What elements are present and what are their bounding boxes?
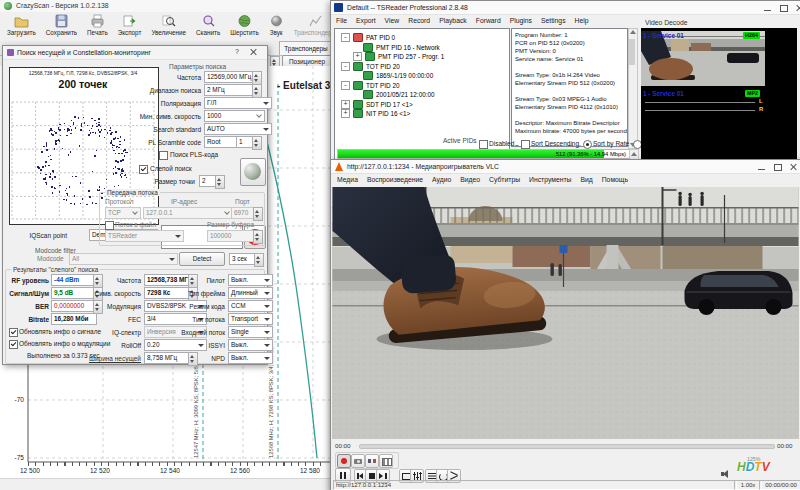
detect-interval-stepper[interactable] xyxy=(254,253,264,267)
range-stepper[interactable] xyxy=(252,84,262,98)
maximize-icon[interactable] xyxy=(777,3,790,13)
codemode-select[interactable]: CCM xyxy=(228,300,273,312)
rf-field: -44 dBm xyxy=(51,274,97,286)
menu-subtitles[interactable]: Субтитры xyxy=(489,176,520,183)
menu-settings[interactable]: Settings xyxy=(541,17,566,24)
freq-stepper[interactable] xyxy=(252,71,262,85)
file-stream-checkbox[interactable] xyxy=(105,221,114,230)
scan-button[interactable]: Сканить xyxy=(191,13,225,41)
tree-item-tot-date[interactable]: 1869/-1/19 00:00:00 xyxy=(363,71,433,80)
buffer-stepper[interactable] xyxy=(253,230,263,244)
menu-plugins[interactable]: Plugins xyxy=(510,17,532,24)
buffer-field[interactable]: 100000 xyxy=(207,230,257,242)
range-value: 2 МГц xyxy=(207,86,225,93)
record-button[interactable] xyxy=(337,454,351,468)
sound-button[interactable]: Звук xyxy=(264,13,289,41)
blind-search-checkbox[interactable] xyxy=(139,165,148,174)
scroll-thumb[interactable] xyxy=(629,39,635,65)
stream-target-select[interactable]: TSReader xyxy=(105,230,184,242)
menu-forward[interactable]: Forward xyxy=(476,17,501,24)
menu-record[interactable]: Record xyxy=(408,17,430,24)
standard-select[interactable]: AUTO xyxy=(204,123,272,135)
maximize-icon[interactable] xyxy=(771,162,784,172)
expand-toggle[interactable]: + xyxy=(341,100,350,109)
pls-checkbox[interactable] xyxy=(159,151,168,160)
globe-button[interactable] xyxy=(240,158,266,186)
menu-audio[interactable]: Аудио xyxy=(432,176,451,183)
issyi-select[interactable]: Выкл. xyxy=(228,339,273,351)
menu-media[interactable]: Медиа xyxy=(337,176,358,183)
loop-ab-button[interactable] xyxy=(365,454,379,468)
help-button[interactable]: ? xyxy=(231,48,243,57)
input-select[interactable]: Single xyxy=(228,326,273,338)
res-freq-label: Частота xyxy=(93,277,141,284)
port-stepper[interactable] xyxy=(253,207,263,221)
menu-video[interactable]: Видео xyxy=(460,176,480,183)
export-button[interactable]: Экспорт xyxy=(113,13,147,41)
polar-select[interactable]: Г/Л xyxy=(204,97,272,109)
menu-export[interactable]: Export xyxy=(356,17,376,24)
menu-tools[interactable]: Инструменты xyxy=(529,176,571,183)
freq-field[interactable]: 12569,000 МГц xyxy=(204,71,256,83)
disabled-checkbox[interactable] xyxy=(479,140,488,149)
minsr-combo[interactable]: 1000 xyxy=(204,110,265,122)
minimize-icon[interactable] xyxy=(761,3,774,13)
menu-file[interactable]: File xyxy=(336,17,347,24)
tab-transponders[interactable]: Транспондеры xyxy=(279,41,333,55)
tree-item-pmt257[interactable]: + PMT PID 257 - Progr. 1 xyxy=(353,52,444,61)
pilot-select[interactable]: Выкл. xyxy=(228,274,273,286)
res-bw-label[interactable]: Ширина несущей xyxy=(83,355,141,362)
tree-item-pmt16[interactable]: PMT PID 16 - Network xyxy=(363,43,440,52)
load-button[interactable]: Загрузить xyxy=(2,13,41,41)
streamtype-select[interactable]: Transport xyxy=(228,313,273,325)
update-modulation-checkbox[interactable] xyxy=(9,340,18,349)
tree-item-sdt[interactable]: + SDT PID 17 <1> xyxy=(341,100,413,109)
frame-button[interactable] xyxy=(379,454,393,468)
close-icon[interactable] xyxy=(247,47,260,57)
ip-combo[interactable]: 127.0.0.1 xyxy=(143,207,233,219)
npd-select[interactable]: Выкл. xyxy=(228,352,273,364)
sort-descending-checkbox[interactable] xyxy=(521,140,530,149)
status-rate-cell[interactable]: 1.00x xyxy=(734,480,762,490)
menu-help[interactable]: Помощь xyxy=(602,176,628,183)
detail-line: Stream Type: 0x03 MPEG-1 Audio xyxy=(515,95,627,103)
print-button[interactable]: Печать xyxy=(82,13,113,41)
seek-slider[interactable] xyxy=(359,444,775,449)
frame-select[interactable]: Длинный xyxy=(228,287,273,299)
menu-playback[interactable]: Playback xyxy=(439,17,467,24)
tree-item-tdt[interactable]: - TDT PID 20 xyxy=(341,81,400,90)
pointsize-stepper[interactable] xyxy=(215,175,225,189)
expand-toggle[interactable]: - xyxy=(341,33,350,42)
tree-item-nit[interactable]: + NIT PID 16 <1> xyxy=(341,109,410,118)
expand-toggle[interactable]: + xyxy=(353,52,362,61)
expand-toggle[interactable]: + xyxy=(341,109,350,118)
menu-playback[interactable]: Воспроизведение xyxy=(367,176,423,183)
save-button[interactable]: Сохранить xyxy=(41,13,82,41)
update-signal-checkbox[interactable] xyxy=(9,328,18,337)
tree-item-pat[interactable]: - PAT PID 0 xyxy=(341,33,395,42)
scroll-up-icon[interactable] xyxy=(630,30,636,34)
range-field[interactable]: 2 МГц xyxy=(204,84,256,96)
close-icon[interactable] xyxy=(787,162,800,172)
menu-help[interactable]: Help xyxy=(575,17,589,24)
proto-combo[interactable]: TCP xyxy=(105,207,141,219)
close-icon[interactable] xyxy=(793,3,800,13)
snapshot-button[interactable] xyxy=(351,454,365,468)
modcode-select[interactable]: All xyxy=(69,253,178,265)
expand-toggle[interactable]: - xyxy=(341,62,350,71)
tree-item-tot[interactable]: - TOT PID 20 xyxy=(341,62,400,71)
menu-view[interactable]: View xyxy=(385,17,400,24)
menu-view[interactable]: Вид xyxy=(580,176,592,183)
details-scrollbar[interactable] xyxy=(628,28,638,149)
scroll-up-icon[interactable] xyxy=(631,152,637,156)
pl-num-stepper[interactable] xyxy=(252,136,262,150)
expand-toggle[interactable]: - xyxy=(341,81,350,90)
sort-by-rate-radio[interactable] xyxy=(583,140,592,149)
tree-item-tdt-date[interactable]: 2001/05/21 12:00:00 xyxy=(363,90,435,99)
detect-button[interactable]: Detect xyxy=(179,252,225,266)
frame-label: Тип фрейма xyxy=(181,290,225,297)
zoom-button[interactable]: Увеличение xyxy=(146,13,191,41)
comb-button[interactable]: Шерстить xyxy=(225,13,264,41)
minimize-icon[interactable] xyxy=(755,162,768,172)
printer-icon xyxy=(90,14,105,28)
